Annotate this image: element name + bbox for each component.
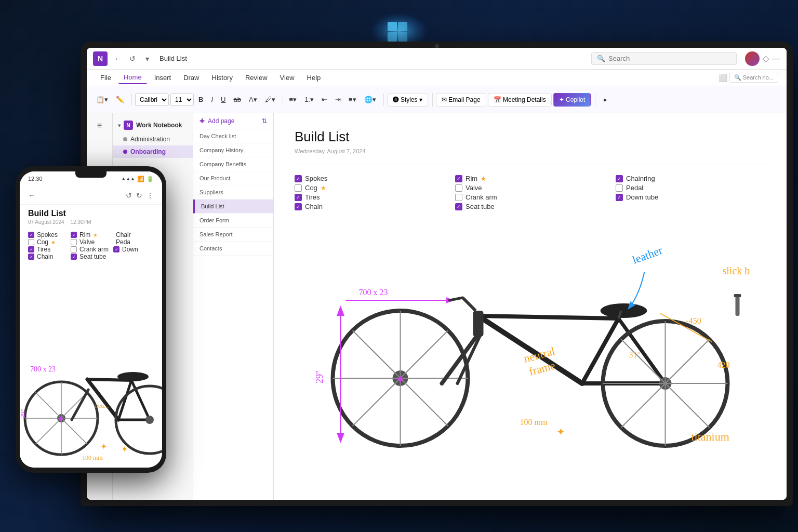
styles-button[interactable]: 🅐 Styles ▾ xyxy=(387,93,428,107)
highlight-button[interactable]: 🖊▾ xyxy=(262,94,278,105)
phone-check-chain[interactable]: ✓ Chain xyxy=(28,253,69,260)
pencil-button[interactable]: ✏️ xyxy=(113,94,127,105)
menu-home[interactable]: Home xyxy=(118,71,147,84)
back-button[interactable]: ← xyxy=(112,52,124,65)
font-size-selector[interactable]: 11 xyxy=(170,94,194,106)
phone-check-tires[interactable]: ✓ Tires xyxy=(28,246,69,253)
checkbox-seat-tube[interactable]: ✓ xyxy=(455,203,462,210)
menu-help[interactable]: Help xyxy=(302,72,326,84)
menu-file[interactable]: File xyxy=(95,72,116,84)
check-chainring[interactable]: ✓ Chainring xyxy=(616,175,766,182)
redo-button[interactable]: ▾ xyxy=(141,52,153,65)
phone-more-button[interactable]: ⋮ xyxy=(147,191,154,200)
page-build-list[interactable]: Build List xyxy=(193,200,273,214)
indent-decrease-button[interactable]: ⇤ xyxy=(318,94,330,105)
phone-check-down[interactable]: ✓ Down xyxy=(113,246,154,253)
phone-check-chai[interactable]: Chair xyxy=(113,231,154,238)
font-color-button[interactable]: A▾ xyxy=(246,94,260,105)
expand-button[interactable]: ⬜ xyxy=(719,73,727,83)
phone-redo-button[interactable]: ↻ xyxy=(136,191,142,200)
menu-history[interactable]: History xyxy=(207,72,238,84)
phone-cb-spokes[interactable]: ✓ xyxy=(28,232,34,238)
section-onboarding[interactable]: Onboarding xyxy=(113,145,193,158)
phone-check-peda[interactable]: Peda xyxy=(113,238,154,246)
phone-check-seat[interactable]: ✓ Seat tube xyxy=(71,253,111,260)
copilot-button[interactable]: ✦ Copilot xyxy=(553,93,591,107)
page-company-history[interactable]: Company History xyxy=(193,143,273,157)
checkbox-pedal[interactable] xyxy=(616,184,623,192)
phone-back-button[interactable]: ← xyxy=(28,191,35,200)
notebook-header[interactable]: ▾ N Work Notebook xyxy=(113,117,193,133)
page-contacts[interactable]: Contacts xyxy=(193,242,273,256)
sidebar-collapse-icon[interactable]: ≡ xyxy=(91,117,108,134)
phone-check-spokes[interactable]: ✓ Spokes xyxy=(28,231,69,238)
bullets-button[interactable]: ≡▾ xyxy=(286,94,300,105)
phone-cb-down[interactable]: ✓ xyxy=(113,246,119,252)
add-page-button[interactable]: ✚ Add page ⇅ xyxy=(193,113,273,129)
checkbox-rim[interactable]: ✓ xyxy=(455,175,462,182)
page-order-form[interactable]: Order Form xyxy=(193,214,273,228)
minimize-button[interactable]: — xyxy=(772,54,780,63)
indent-increase-button[interactable]: ⇥ xyxy=(332,94,344,105)
phone-undo-button[interactable]: ↺ xyxy=(126,191,132,200)
note-content-area[interactable]: Build List Wednesday, August 7, 2024 ✓ S… xyxy=(274,113,787,500)
phone-check-rim[interactable]: ✓ Rim ★ xyxy=(71,231,111,238)
font-selector[interactable]: Calibri xyxy=(135,94,169,106)
phone-cb-cog[interactable] xyxy=(28,239,34,245)
phone-check-valve[interactable]: Valve xyxy=(71,238,111,246)
check-spokes[interactable]: ✓ Spokes xyxy=(295,175,445,182)
undo-button[interactable]: ↺ xyxy=(126,52,139,65)
search-bar[interactable]: 🔍 xyxy=(591,52,737,65)
strikethrough-button[interactable]: ab xyxy=(230,94,244,105)
phone-check-cog[interactable]: Cog ★ xyxy=(28,238,69,246)
italic-button[interactable]: I xyxy=(208,94,216,105)
check-valve[interactable]: Valve xyxy=(455,184,605,192)
menu-review[interactable]: Review xyxy=(240,72,273,84)
menu-insert[interactable]: Insert xyxy=(149,72,177,84)
check-pedal[interactable]: Pedal xyxy=(616,184,766,192)
checkbox-spokes[interactable]: ✓ xyxy=(295,175,302,182)
check-seat-tube[interactable]: ✓ Seat tube xyxy=(455,203,605,210)
check-cog[interactable]: Cog ★ xyxy=(295,184,445,192)
checkbox-valve[interactable] xyxy=(455,184,462,192)
phone-cb-chain[interactable]: ✓ xyxy=(28,254,34,260)
check-tires[interactable]: ✓ Tires xyxy=(295,193,445,201)
page-company-benefits[interactable]: Company Benefits xyxy=(193,157,273,171)
meeting-details-button[interactable]: 📅 Meeting Details xyxy=(488,93,552,107)
phone-cb-crank[interactable] xyxy=(71,246,77,252)
align-button[interactable]: ≡▾ xyxy=(345,94,360,105)
menu-view[interactable]: View xyxy=(275,72,300,84)
more-ribbon-button[interactable]: ▸ xyxy=(601,94,610,105)
email-page-button[interactable]: ✉ Email Page xyxy=(436,93,486,107)
checkbox-crank-arm[interactable] xyxy=(455,194,462,201)
underline-button[interactable]: U xyxy=(218,94,229,105)
phone-cb-rim[interactable]: ✓ xyxy=(71,232,77,238)
check-crank-arm[interactable]: Crank arm xyxy=(455,193,605,201)
phone-cb-tires[interactable]: ✓ xyxy=(28,246,34,252)
gem-button[interactable]: ◇ xyxy=(763,54,769,63)
page-our-product[interactable]: Our Product xyxy=(193,171,273,185)
check-down-tube[interactable]: ✓ Down tube xyxy=(616,193,766,201)
phone-cb-valve[interactable] xyxy=(71,239,77,245)
search-input[interactable] xyxy=(608,55,731,62)
checkbox-cog[interactable] xyxy=(295,184,302,192)
checkbox-chainring[interactable]: ✓ xyxy=(616,175,623,182)
page-suppliers[interactable]: Suppliers xyxy=(193,185,273,200)
page-first-day-checklist[interactable]: Day Check list xyxy=(193,129,273,143)
phone-cb-seat[interactable]: ✓ xyxy=(71,254,77,260)
bold-button[interactable]: B xyxy=(195,94,206,105)
checkbox-tires[interactable]: ✓ xyxy=(295,194,302,201)
user-avatar[interactable] xyxy=(745,51,760,66)
search-notes-button[interactable]: 🔍 Search no... xyxy=(729,73,778,83)
menu-draw[interactable]: Draw xyxy=(178,72,204,84)
page-sales-report[interactable]: Sales Report xyxy=(193,228,273,242)
checkbox-down-tube[interactable]: ✓ xyxy=(616,194,623,201)
check-rim[interactable]: ✓ Rim ★ xyxy=(455,175,605,182)
check-chain[interactable]: ✓ Chain xyxy=(295,203,445,210)
numbering-button[interactable]: 1.▾ xyxy=(301,94,317,105)
checkbox-chain[interactable]: ✓ xyxy=(295,203,302,210)
language-button[interactable]: 🌐▾ xyxy=(361,94,379,105)
section-administration[interactable]: Administration xyxy=(113,133,193,145)
phone-check-crank[interactable]: Crank arm xyxy=(71,246,111,253)
copy-button[interactable]: 📋▾ xyxy=(93,94,111,105)
